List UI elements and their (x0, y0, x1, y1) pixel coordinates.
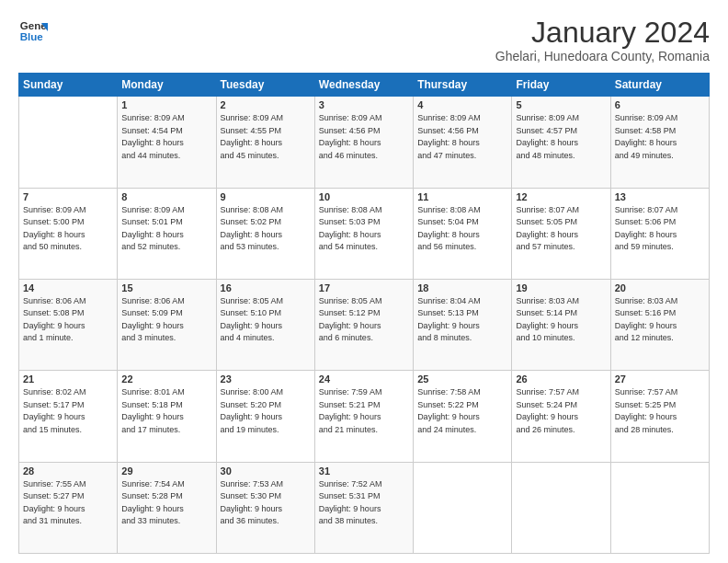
day-number: 8 (121, 191, 211, 202)
week-row-1: 1Sunrise: 8:09 AM Sunset: 4:54 PM Daylig… (19, 97, 710, 188)
day-number: 22 (121, 373, 211, 385)
day-number: 21 (23, 373, 113, 385)
day-cell: 4Sunrise: 8:09 AM Sunset: 4:56 PM Daylig… (414, 97, 512, 188)
day-number: 10 (319, 191, 409, 202)
day-cell: 10Sunrise: 8:08 AM Sunset: 5:03 PM Dayli… (314, 188, 413, 279)
day-cell: 12Sunrise: 8:07 AM Sunset: 5:05 PM Dayli… (512, 188, 610, 279)
day-number: 27 (615, 373, 705, 385)
day-info: Sunrise: 8:06 AM Sunset: 5:09 PM Dayligh… (121, 295, 211, 345)
day-number: 12 (516, 191, 606, 202)
day-info: Sunrise: 8:07 AM Sunset: 5:06 PM Dayligh… (615, 204, 705, 254)
day-info: Sunrise: 8:08 AM Sunset: 5:04 PM Dayligh… (417, 204, 507, 254)
day-number: 7 (23, 191, 113, 202)
day-cell: 24Sunrise: 7:59 AM Sunset: 5:21 PM Dayli… (314, 371, 413, 462)
day-cell: 14Sunrise: 8:06 AM Sunset: 5:08 PM Dayli… (19, 279, 118, 370)
logo: General Blue (18, 17, 48, 46)
day-number: 17 (319, 282, 409, 293)
day-cell (19, 97, 118, 188)
day-number: 26 (516, 373, 606, 385)
day-number: 29 (121, 465, 211, 477)
day-cell: 17Sunrise: 8:05 AM Sunset: 5:12 PM Dayli… (314, 279, 413, 370)
day-number: 14 (23, 282, 113, 293)
day-number: 30 (221, 465, 311, 477)
col-sunday: Sunday (19, 74, 118, 97)
day-number: 19 (516, 282, 606, 293)
day-cell: 31Sunrise: 7:52 AM Sunset: 5:31 PM Dayli… (314, 462, 413, 553)
day-number: 16 (221, 282, 311, 293)
col-tuesday: Tuesday (216, 74, 314, 97)
day-info: Sunrise: 7:57 AM Sunset: 5:24 PM Dayligh… (516, 386, 606, 436)
col-wednesday: Wednesday (314, 74, 413, 97)
day-cell: 28Sunrise: 7:55 AM Sunset: 5:27 PM Dayli… (19, 462, 118, 553)
day-number: 6 (615, 99, 705, 110)
week-row-2: 7Sunrise: 8:09 AM Sunset: 5:00 PM Daylig… (19, 188, 710, 279)
main-title: January 2024 (495, 17, 710, 49)
day-cell: 11Sunrise: 8:08 AM Sunset: 5:04 PM Dayli… (414, 188, 512, 279)
day-number: 11 (417, 191, 507, 202)
day-info: Sunrise: 7:53 AM Sunset: 5:30 PM Dayligh… (221, 478, 311, 528)
day-info: Sunrise: 7:52 AM Sunset: 5:31 PM Dayligh… (319, 478, 409, 528)
col-saturday: Saturday (610, 74, 709, 97)
day-cell: 6Sunrise: 8:09 AM Sunset: 4:58 PM Daylig… (610, 97, 709, 188)
day-number: 25 (417, 373, 507, 385)
calendar-table: Sunday Monday Tuesday Wednesday Thursday… (18, 73, 710, 554)
day-number: 20 (615, 282, 705, 293)
day-info: Sunrise: 7:59 AM Sunset: 5:21 PM Dayligh… (319, 386, 409, 436)
day-number: 1 (121, 99, 211, 110)
title-area: January 2024 Ghelari, Hunedoara County, … (495, 17, 710, 63)
day-info: Sunrise: 8:09 AM Sunset: 4:55 PM Dayligh… (221, 112, 311, 162)
day-cell: 22Sunrise: 8:01 AM Sunset: 5:18 PM Dayli… (118, 371, 216, 462)
day-info: Sunrise: 8:04 AM Sunset: 5:13 PM Dayligh… (417, 295, 507, 345)
day-cell: 13Sunrise: 8:07 AM Sunset: 5:06 PM Dayli… (610, 188, 709, 279)
day-number: 5 (516, 99, 606, 110)
day-info: Sunrise: 7:55 AM Sunset: 5:27 PM Dayligh… (23, 478, 113, 528)
day-cell (512, 462, 610, 553)
day-number: 13 (615, 191, 705, 202)
day-info: Sunrise: 8:06 AM Sunset: 5:08 PM Dayligh… (23, 295, 113, 345)
svg-text:Blue: Blue (20, 31, 44, 42)
col-friday: Friday (512, 74, 610, 97)
day-info: Sunrise: 8:00 AM Sunset: 5:20 PM Dayligh… (221, 386, 311, 436)
logo-icon: General Blue (18, 17, 48, 46)
day-cell (610, 462, 709, 553)
day-info: Sunrise: 8:08 AM Sunset: 5:03 PM Dayligh… (319, 204, 409, 254)
day-info: Sunrise: 8:03 AM Sunset: 5:14 PM Dayligh… (516, 295, 606, 345)
day-info: Sunrise: 8:01 AM Sunset: 5:18 PM Dayligh… (121, 386, 211, 436)
day-cell: 9Sunrise: 8:08 AM Sunset: 5:02 PM Daylig… (216, 188, 314, 279)
day-info: Sunrise: 8:09 AM Sunset: 4:57 PM Dayligh… (516, 112, 606, 162)
day-cell: 25Sunrise: 7:58 AM Sunset: 5:22 PM Dayli… (414, 371, 512, 462)
day-cell: 1Sunrise: 8:09 AM Sunset: 4:54 PM Daylig… (118, 97, 216, 188)
day-number: 15 (121, 282, 211, 293)
day-number: 3 (319, 99, 409, 110)
day-cell: 30Sunrise: 7:53 AM Sunset: 5:30 PM Dayli… (216, 462, 314, 553)
day-number: 2 (221, 99, 311, 110)
week-row-3: 14Sunrise: 8:06 AM Sunset: 5:08 PM Dayli… (19, 279, 710, 370)
day-number: 9 (221, 191, 311, 202)
day-info: Sunrise: 8:03 AM Sunset: 5:16 PM Dayligh… (615, 295, 705, 345)
day-cell: 26Sunrise: 7:57 AM Sunset: 5:24 PM Dayli… (512, 371, 610, 462)
day-number: 4 (417, 99, 507, 110)
day-cell (414, 462, 512, 553)
day-info: Sunrise: 8:05 AM Sunset: 5:12 PM Dayligh… (319, 295, 409, 345)
day-info: Sunrise: 7:58 AM Sunset: 5:22 PM Dayligh… (417, 386, 507, 436)
day-cell: 16Sunrise: 8:05 AM Sunset: 5:10 PM Dayli… (216, 279, 314, 370)
day-cell: 2Sunrise: 8:09 AM Sunset: 4:55 PM Daylig… (216, 97, 314, 188)
day-cell: 27Sunrise: 7:57 AM Sunset: 5:25 PM Dayli… (610, 371, 709, 462)
day-info: Sunrise: 8:09 AM Sunset: 4:54 PM Dayligh… (121, 112, 211, 162)
day-info: Sunrise: 8:08 AM Sunset: 5:02 PM Dayligh… (221, 204, 311, 254)
day-info: Sunrise: 8:09 AM Sunset: 4:56 PM Dayligh… (319, 112, 409, 162)
day-info: Sunrise: 8:09 AM Sunset: 5:01 PM Dayligh… (121, 204, 211, 254)
week-row-4: 21Sunrise: 8:02 AM Sunset: 5:17 PM Dayli… (19, 371, 710, 462)
day-number: 18 (417, 282, 507, 293)
day-cell: 20Sunrise: 8:03 AM Sunset: 5:16 PM Dayli… (610, 279, 709, 370)
day-cell: 5Sunrise: 8:09 AM Sunset: 4:57 PM Daylig… (512, 97, 610, 188)
day-cell: 23Sunrise: 8:00 AM Sunset: 5:20 PM Dayli… (216, 371, 314, 462)
col-monday: Monday (118, 74, 216, 97)
day-cell: 18Sunrise: 8:04 AM Sunset: 5:13 PM Dayli… (414, 279, 512, 370)
day-number: 24 (319, 373, 409, 385)
day-number: 31 (319, 465, 409, 477)
day-cell: 7Sunrise: 8:09 AM Sunset: 5:00 PM Daylig… (19, 188, 118, 279)
day-cell: 19Sunrise: 8:03 AM Sunset: 5:14 PM Dayli… (512, 279, 610, 370)
page: General Blue January 2024 Ghelari, Huned… (0, 0, 728, 563)
week-row-5: 28Sunrise: 7:55 AM Sunset: 5:27 PM Dayli… (19, 462, 710, 553)
